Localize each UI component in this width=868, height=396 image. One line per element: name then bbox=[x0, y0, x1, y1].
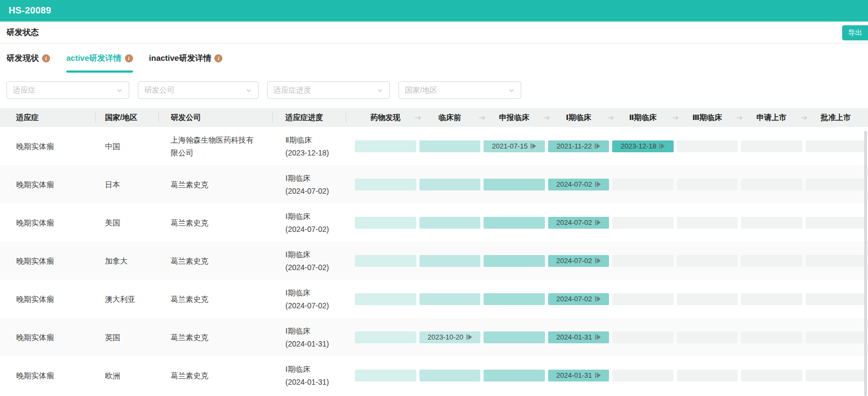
stage-bar[interactable]: 2024-07-02 bbox=[548, 293, 610, 305]
stage-cell: 2024-07-02 bbox=[547, 217, 611, 229]
stage-cell bbox=[739, 293, 804, 305]
stage-bar[interactable]: 2024-07-02 bbox=[548, 255, 610, 267]
tab-rd-status[interactable]: 研发现状 i bbox=[6, 44, 50, 73]
company-cell: 葛兰素史克 bbox=[159, 331, 273, 344]
company-cell: 葛兰素史克 bbox=[159, 216, 273, 229]
indication-filter-select[interactable]: 适应症 bbox=[6, 81, 129, 99]
stage-bar bbox=[677, 255, 738, 267]
table-row: 晚期实体瘤加拿大葛兰素史克Ⅰ期临床(2024-07-02)2024-07-02 bbox=[0, 242, 868, 280]
region-cell: 日本 bbox=[96, 178, 159, 191]
stage-cell: 2021-11-22 bbox=[547, 140, 611, 152]
stage-bar bbox=[612, 331, 674, 343]
stage-bar bbox=[612, 179, 674, 190]
stage-bar bbox=[677, 331, 738, 343]
table-row: 晚期实体瘤日本葛兰素史克Ⅰ期临床(2024-07-02)2024-07-02 bbox=[0, 165, 868, 203]
company-filter-select[interactable]: 研发公司 bbox=[138, 81, 258, 99]
table-row: 晚期实体瘤澳大利亚葛兰素史克Ⅰ期临床(2024-07-02)2024-07-02 bbox=[0, 280, 868, 318]
stage-bar bbox=[355, 370, 416, 381]
stage-bar bbox=[612, 370, 674, 381]
stage-bar bbox=[741, 217, 802, 229]
stage-forward-icon[interactable] bbox=[466, 334, 472, 340]
stage-bar bbox=[355, 179, 416, 190]
stage-bar bbox=[612, 255, 674, 267]
stage-cell bbox=[611, 293, 675, 305]
tab-inactive-rd-details[interactable]: inactive研发详情 i bbox=[149, 44, 223, 73]
stage-forward-icon[interactable] bbox=[595, 334, 601, 340]
progress-filter-select[interactable]: 适应症进度 bbox=[267, 81, 390, 99]
table-row: 晚期实体瘤中国上海翰森生物医药科技有限公司Ⅱ期临床(2023-12-18)202… bbox=[0, 127, 868, 165]
stage-column-header: 批准上市 bbox=[804, 113, 868, 123]
chevron-down-icon bbox=[508, 87, 515, 94]
stage-cell bbox=[739, 179, 804, 190]
stage-cell bbox=[611, 370, 675, 381]
column-header-region: 国家/地区 bbox=[96, 108, 159, 127]
stage-bar bbox=[741, 140, 802, 152]
stage-cell bbox=[675, 179, 740, 190]
stage-bar[interactable]: 2024-07-02 bbox=[548, 217, 610, 229]
stage-cell: 2024-07-02 bbox=[547, 179, 611, 190]
tab-bar: 研发现状 i active研发详情 i inactive研发详情 i bbox=[0, 44, 868, 73]
table-body: 晚期实体瘤中国上海翰森生物医药科技有限公司Ⅱ期临床(2023-12-18)202… bbox=[0, 127, 868, 394]
stage-cell bbox=[611, 255, 675, 267]
stage-bar[interactable]: 2024-01-31 bbox=[548, 331, 610, 343]
stage-bar[interactable]: 2023-12-18 bbox=[612, 140, 674, 152]
indication-cell: 晚期实体瘤 bbox=[0, 331, 96, 344]
stage-header-label: 申报临床 bbox=[499, 113, 529, 122]
stage-cell bbox=[482, 217, 547, 229]
table-row: 晚期实体瘤英国葛兰素史克Ⅰ期临床(2024-01-31)2023-10-2020… bbox=[0, 318, 868, 356]
stage-bar[interactable]: 2021-07-15 bbox=[484, 140, 545, 152]
stage-bar bbox=[484, 370, 545, 381]
stage-forward-icon[interactable] bbox=[595, 372, 601, 378]
stage-cell bbox=[804, 331, 868, 343]
stage-cell bbox=[353, 255, 418, 267]
stage-column-header: Ⅲ期临床 bbox=[675, 113, 740, 123]
stage-forward-icon[interactable] bbox=[595, 296, 601, 302]
stage-bar[interactable]: 2024-01-31 bbox=[548, 370, 610, 381]
progress-cell: Ⅰ期临床(2024-07-02) bbox=[273, 172, 346, 197]
stage-bar bbox=[677, 370, 738, 381]
tab-active-rd-details[interactable]: active研发详情 i bbox=[66, 44, 133, 73]
info-icon[interactable]: i bbox=[42, 54, 50, 62]
region-filter-select[interactable]: 国家/地区 bbox=[398, 81, 521, 99]
vertical-scrollbar[interactable] bbox=[864, 131, 867, 396]
chevron-down-icon bbox=[377, 87, 383, 94]
stage-forward-icon[interactable] bbox=[595, 181, 601, 187]
stage-date: 2021-11-22 bbox=[556, 142, 592, 150]
stage-bar bbox=[806, 370, 867, 381]
stage-forward-icon[interactable] bbox=[595, 258, 601, 264]
progress-cell: Ⅰ期临床(2024-07-02) bbox=[273, 248, 346, 274]
stage-cell bbox=[482, 293, 547, 305]
select-placeholder: 适应症 bbox=[13, 86, 36, 95]
stage-cell bbox=[482, 331, 547, 343]
info-icon[interactable]: i bbox=[125, 54, 133, 62]
table-header: 适应症 国家/地区 研发公司 适应症进度 药物发现临床前申报临床Ⅰ期临床Ⅱ期临床… bbox=[0, 108, 868, 127]
stage-header-label: Ⅱ期临床 bbox=[629, 113, 656, 122]
region-cell: 澳大利亚 bbox=[96, 293, 159, 306]
tab-label: active研发详情 bbox=[66, 53, 122, 63]
stage-forward-icon[interactable] bbox=[659, 143, 665, 149]
section-header: 研发状态 导出 bbox=[0, 22, 868, 44]
stage-bar bbox=[419, 140, 481, 152]
region-cell: 英国 bbox=[96, 331, 159, 344]
info-icon[interactable]: i bbox=[214, 54, 222, 62]
stage-date: 2023-12-18 bbox=[621, 142, 657, 150]
stage-bar bbox=[484, 255, 545, 267]
stage-date: 2023-10-20 bbox=[428, 333, 464, 341]
company-cell: 上海翰森生物医药科技有限公司 bbox=[159, 133, 273, 159]
tab-label: 研发现状 bbox=[6, 53, 39, 63]
stage-cell bbox=[675, 293, 740, 305]
select-placeholder: 适应症进度 bbox=[274, 86, 311, 95]
stage-cell: 2023-12-18 bbox=[611, 140, 675, 152]
stage-bar[interactable]: 2021-11-22 bbox=[548, 140, 610, 152]
stage-bar bbox=[355, 217, 416, 229]
stage-bar bbox=[677, 140, 738, 152]
export-button[interactable]: 导出 bbox=[842, 25, 868, 40]
stage-forward-icon[interactable] bbox=[594, 143, 600, 149]
stage-bar[interactable]: 2023-10-20 bbox=[419, 331, 481, 343]
stage-column-header: 申报临床 bbox=[482, 113, 547, 123]
stage-bar[interactable]: 2024-07-02 bbox=[548, 179, 610, 190]
stage-bar bbox=[677, 217, 738, 229]
stage-forward-icon[interactable] bbox=[530, 143, 536, 149]
stage-cell bbox=[418, 217, 482, 229]
stage-forward-icon[interactable] bbox=[595, 220, 601, 225]
